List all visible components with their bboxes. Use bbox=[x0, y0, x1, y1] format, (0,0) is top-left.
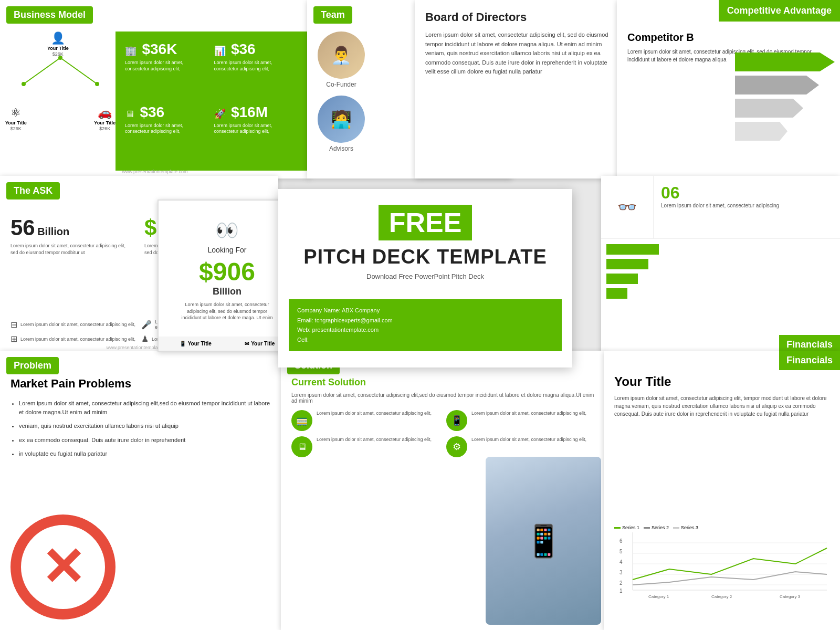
svg-text:1: 1 bbox=[620, 588, 623, 594]
current-solution-desc: Lorem ipsum dolor sit amet, consectetur … bbox=[291, 392, 596, 404]
glasses-icon: 👓 bbox=[617, 198, 637, 216]
arrow-gray2 bbox=[735, 99, 803, 118]
x-circle: ✕ bbox=[10, 514, 116, 620]
series3-legend bbox=[673, 527, 679, 529]
board-body: Lorem ipsum dolor sit amet, consectetur … bbox=[425, 30, 609, 77]
pitch-subtitle: Download Free PowerPoint Pitch Deck bbox=[289, 272, 562, 280]
chess-icon: ♟ bbox=[141, 334, 149, 344]
problem-item-2: veniam, quis nostrud exercitation ullamc… bbox=[19, 422, 273, 430]
bar-2 bbox=[606, 259, 835, 269]
board-title: Board of Directors bbox=[425, 10, 609, 24]
looking-amount: $906 bbox=[177, 257, 277, 286]
email-contact: Email: tcngraphicexperts@gmail.com bbox=[297, 316, 553, 326]
team-avatar-1: 👨‍💼 bbox=[318, 32, 365, 79]
financials-slide: Financials Your Title Lorem ipsum dolor … bbox=[604, 351, 840, 630]
problem-item-1: Lorem ipsum dolor sit amet, consectetur … bbox=[19, 399, 273, 416]
mic-icon: 🎤 bbox=[141, 320, 152, 330]
looking-text: Looking For bbox=[177, 246, 277, 254]
svg-text:3: 3 bbox=[620, 570, 623, 575]
competitive-arrows bbox=[735, 52, 840, 145]
ask-badge: The ASK bbox=[6, 182, 60, 200]
arrow-green bbox=[735, 52, 835, 71]
competitive-slide: Competitive Advantage Competitor B Lorem… bbox=[617, 0, 840, 178]
cell-contact: Cell: bbox=[297, 335, 553, 345]
problem-slide: Problem Market Pain Problems Lorem ipsum… bbox=[0, 351, 284, 630]
series2-legend bbox=[644, 527, 650, 529]
gear-icon: ⚙ bbox=[446, 436, 467, 457]
problem-x-symbol: ✕ bbox=[10, 514, 116, 620]
client-top: 👓 06 Lorem ipsum dolor sit amet, consect… bbox=[601, 176, 840, 239]
business-stats-panel: 🏢 $36K Lorem ipsum dolor sit amet, conse… bbox=[116, 32, 307, 171]
client-bars bbox=[601, 239, 840, 308]
bar-3 bbox=[606, 274, 835, 284]
contact-2: ✉ Your Title bbox=[245, 341, 275, 346]
business-model-label: Business Model bbox=[6, 6, 93, 24]
client-slide: 👓 06 Lorem ipsum dolor sit amet, consect… bbox=[601, 176, 840, 354]
problem-content: Market Pain Problems Lorem ipsum dolor s… bbox=[10, 377, 273, 464]
problem-badge: Problem bbox=[6, 357, 59, 374]
svg-text:2: 2 bbox=[620, 580, 623, 586]
svg-point-4 bbox=[95, 82, 99, 86]
financials-content: Your Title Lorem ipsum dolor sit amet, c… bbox=[614, 374, 830, 424]
desktop-icon: 🖥 bbox=[291, 436, 312, 457]
biz-stat-1: 🏢 $36K Lorem ipsum dolor sit amet, conse… bbox=[125, 41, 209, 99]
financials-title: Your Title bbox=[614, 374, 830, 389]
eyes-icon: 👀 bbox=[177, 219, 277, 242]
lookingfor-slide: 👀 Looking For $906 Billion Lorem ipsum d… bbox=[158, 200, 297, 352]
financials-chart: Series 1 Series 2 Series 3 bbox=[614, 525, 830, 620]
ask-stat-1: 56 Billion Lorem ipsum dolor sit amet, c… bbox=[10, 215, 134, 256]
team-badge: Team bbox=[313, 6, 352, 24]
solution-icons-grid: 🚃 Lorem ipsum dolor sit amet, consectetu… bbox=[291, 410, 596, 457]
team-avatar-2: 🧑‍💻 bbox=[318, 96, 365, 143]
series1-legend bbox=[614, 527, 621, 529]
problem-item-3: ex ea commodo consequat. Duis aute irure… bbox=[19, 436, 273, 445]
svg-text:4: 4 bbox=[620, 559, 623, 565]
x-mark: ✕ bbox=[41, 541, 85, 593]
bar-1 bbox=[606, 244, 835, 255]
svg-line-1 bbox=[60, 58, 97, 84]
financials-slide-badge: Financials bbox=[779, 351, 840, 370]
free-pitch-slide: FREE PITCH DECK TEMPLATE Download Free P… bbox=[278, 189, 572, 368]
ask-icon-3: ⊞ Lorem ipsum dolor sit amet, consectetu… bbox=[10, 334, 137, 344]
current-solution-title: Current Solution bbox=[291, 377, 596, 388]
sol-icon-1: 🚃 Lorem ipsum dolor sit amet, consectetu… bbox=[291, 410, 441, 431]
chart-legend: Series 1 Series 2 Series 3 bbox=[614, 525, 830, 530]
server-icon: ⊟ bbox=[10, 320, 17, 330]
lookingfor-content: 👀 Looking For $906 Billion Lorem ipsum d… bbox=[169, 211, 285, 353]
train-icon: 🚃 bbox=[291, 410, 312, 431]
client-text-box: 06 Lorem ipsum dolor sit amet, consectet… bbox=[654, 176, 840, 239]
contact-1: 📱 Your Title bbox=[180, 341, 212, 346]
sol-icon-3: 🖥 Lorem ipsum dolor sit amet, consectetu… bbox=[291, 436, 441, 457]
problem-title: Market Pain Problems bbox=[10, 377, 273, 391]
financials-desc: Lorem ipsum dolor sit amet, consectetur … bbox=[614, 394, 830, 418]
client-number: 06 bbox=[661, 183, 833, 203]
arrow-gray1 bbox=[735, 76, 819, 94]
problem-list: Lorem ipsum dolor sit amet, consectetur … bbox=[10, 399, 273, 458]
svg-line-0 bbox=[24, 58, 60, 84]
business-chart: 👤 Your Title $26K ⚛ Your Title $26K 🚗 Yo… bbox=[10, 32, 110, 136]
web-contact: Web: presentationtemplate.com bbox=[297, 325, 553, 335]
client-label: Lorem ipsum dolor sit amet, consectetur … bbox=[661, 203, 833, 208]
phone-screen: 📱 bbox=[486, 457, 601, 625]
biz-stat-3: 🖥 $36 Lorem ipsum dolor sit amet, consec… bbox=[125, 104, 209, 162]
sol-icon-4: ⚙ Lorem ipsum dolor sit amet, consectetu… bbox=[446, 436, 596, 457]
looking-unit: Billion bbox=[177, 286, 277, 297]
lookingfor-footer: 📱 Your Title ✉ Your Title bbox=[159, 337, 296, 351]
client-icon-box: 👓 bbox=[601, 176, 654, 239]
svg-point-3 bbox=[22, 82, 26, 86]
board-slide: Board of Directors Lorem ipsum dolor sit… bbox=[415, 0, 620, 178]
company-name: Company Name: ABX Company bbox=[297, 306, 553, 316]
free-label: FREE bbox=[379, 205, 472, 240]
line-chart-svg: 6 5 4 3 2 1 Category 1 Category 2 Catego… bbox=[614, 532, 830, 601]
sol-icon-2: 📱 Lorem ipsum dolor sit amet, consectetu… bbox=[446, 410, 596, 431]
solution-slide: Solution Current Solution Lorem ipsum do… bbox=[281, 351, 606, 630]
grid-icon: ⊞ bbox=[10, 334, 17, 344]
biz-stat-2: 📊 $36 Lorem ipsum dolor sit amet, consec… bbox=[214, 41, 298, 99]
svg-point-2 bbox=[58, 56, 62, 60]
svg-text:Category 1: Category 1 bbox=[648, 594, 669, 599]
ask-icon-1: ⊟ Lorem ipsum dolor sit amet, consectetu… bbox=[10, 319, 137, 330]
bar-4 bbox=[606, 288, 835, 299]
business-model-badge: Business Model bbox=[6, 6, 93, 24]
pitch-title: PITCH DECK TEMPLATE bbox=[289, 246, 562, 268]
competitor-name: Competitor B bbox=[627, 32, 830, 44]
